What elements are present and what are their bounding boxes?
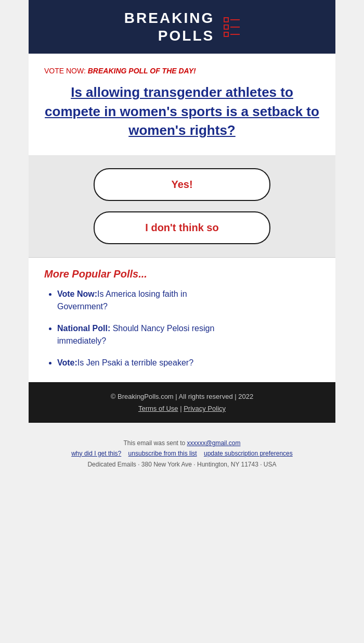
- list-item: National Poll: Should Nancy Pelosi resig…: [57, 322, 320, 347]
- list-item: Vote Now:Is America losing faith inGover…: [57, 288, 320, 313]
- poll-section: VOTE NOW: BREAKING POLL OF THE DAY! Is a…: [29, 54, 335, 155]
- more-polls-title: More Popular Polls...: [44, 268, 320, 280]
- logo-icon: [224, 17, 240, 37]
- footer-links: Terms of Use | Privacy Policy: [39, 405, 325, 412]
- poll-item-3-prefix: Vote:: [57, 358, 77, 367]
- logo-line-2: [230, 27, 240, 28]
- more-polls-section: More Popular Polls... Vote Now:Is Americ…: [29, 257, 335, 382]
- main-container: BREAKING POLLS: [29, 0, 335, 423]
- email-address-link[interactable]: xxxxxx@gmail.com: [187, 439, 241, 447]
- yes-button[interactable]: Yes!: [94, 168, 270, 201]
- header: BREAKING POLLS: [29, 0, 335, 54]
- update-preferences-link[interactable]: update subscription preferences: [204, 450, 293, 457]
- logo-box-3: [224, 32, 229, 37]
- logo-line-3: [230, 34, 240, 35]
- header-logo-area: BREAKING POLLS: [39, 9, 325, 44]
- footer-copyright: © BreakingPolls.com | All rights reserve…: [39, 393, 325, 400]
- poll-item-3-text: Is Jen Psaki a terrible speaker?: [77, 358, 193, 367]
- logo-box-2: [224, 24, 229, 30]
- more-polls-list: Vote Now:Is America losing faith inGover…: [44, 288, 320, 369]
- vote-now-label: VOTE NOW: BREAKING POLL OF THE DAY!: [44, 67, 320, 75]
- brand-name: BREAKING POLLS: [124, 9, 214, 44]
- list-item: Vote:Is Jen Psaki a terrible speaker?: [57, 357, 320, 369]
- vote-buttons-section: Yes! I don't think so: [29, 155, 335, 257]
- terms-link[interactable]: Terms of Use: [138, 405, 178, 412]
- email-footer-address: Dedicated Emails · 380 New York Ave · Hu…: [10, 461, 354, 468]
- why-link[interactable]: why did I get this?: [71, 450, 121, 457]
- footer: © BreakingPolls.com | All rights reserve…: [29, 382, 335, 423]
- privacy-link[interactable]: Privacy Policy: [184, 405, 226, 412]
- email-wrapper: BREAKING POLLS: [0, 0, 364, 476]
- logo-line-1: [230, 19, 240, 20]
- poll-question: Is allowing transgender athletes to comp…: [44, 83, 320, 140]
- email-footer-text: This email was sent to xxxxxx@gmail.com …: [10, 438, 354, 458]
- unsubscribe-link[interactable]: unsubscribe from this list: [128, 450, 197, 457]
- email-footer: This email was sent to xxxxxx@gmail.com …: [0, 423, 364, 475]
- poll-item-1-prefix: Vote Now:: [57, 289, 97, 298]
- no-button[interactable]: I don't think so: [94, 211, 270, 244]
- poll-item-2-prefix: National Poll:: [57, 324, 110, 333]
- logo-box-1: [224, 17, 229, 22]
